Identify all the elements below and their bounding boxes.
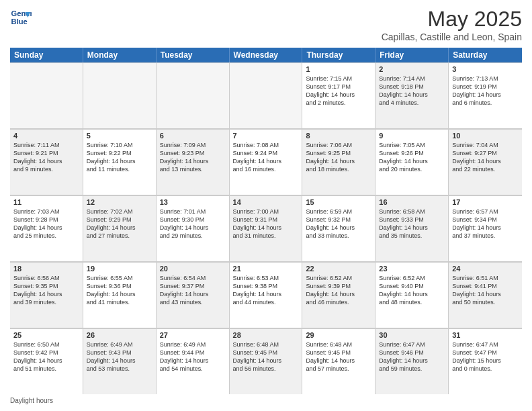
calendar-cell: 26Sunrise: 6:49 AM Sunset: 9:43 PM Dayli… bbox=[83, 328, 157, 394]
cell-info: Sunrise: 7:05 AM Sunset: 9:26 PM Dayligh… bbox=[379, 141, 445, 174]
cell-info: Sunrise: 7:08 AM Sunset: 9:24 PM Dayligh… bbox=[233, 141, 299, 174]
day-of-week-header: Tuesday bbox=[157, 48, 230, 62]
cell-info: Sunrise: 6:48 AM Sunset: 9:45 PM Dayligh… bbox=[233, 340, 299, 373]
day-of-week-header: Saturday bbox=[449, 48, 522, 62]
day-number: 1 bbox=[306, 65, 371, 73]
day-number: 8 bbox=[306, 132, 371, 140]
day-number: 17 bbox=[452, 198, 519, 206]
cell-info: Sunrise: 6:59 AM Sunset: 9:32 PM Dayligh… bbox=[306, 208, 371, 240]
day-number: 2 bbox=[379, 65, 445, 73]
calendar-cell bbox=[230, 62, 303, 128]
cell-info: Sunrise: 6:47 AM Sunset: 9:47 PM Dayligh… bbox=[452, 340, 519, 373]
day-number: 11 bbox=[13, 198, 79, 206]
cell-info: Sunrise: 6:56 AM Sunset: 9:35 PM Dayligh… bbox=[13, 274, 79, 307]
calendar-cell: 25Sunrise: 6:50 AM Sunset: 9:42 PM Dayli… bbox=[10, 328, 83, 394]
day-number: 28 bbox=[233, 331, 299, 339]
footer-note: Daylight hours bbox=[10, 397, 522, 404]
calendar-row: 4Sunrise: 7:11 AM Sunset: 9:21 PM Daylig… bbox=[10, 129, 522, 195]
calendar-row: 1Sunrise: 7:15 AM Sunset: 9:17 PM Daylig… bbox=[10, 62, 522, 129]
calendar-cell: 13Sunrise: 7:01 AM Sunset: 9:30 PM Dayli… bbox=[157, 195, 230, 261]
day-number: 19 bbox=[87, 265, 152, 273]
day-number: 7 bbox=[233, 132, 299, 140]
calendar-cell: 7Sunrise: 7:08 AM Sunset: 9:24 PM Daylig… bbox=[230, 129, 303, 195]
calendar-cell bbox=[83, 62, 157, 128]
day-of-week-header: Sunday bbox=[10, 48, 83, 62]
day-number: 20 bbox=[160, 265, 226, 273]
day-number: 12 bbox=[87, 198, 152, 206]
calendar-cell bbox=[157, 62, 230, 128]
calendar-cell: 22Sunrise: 6:52 AM Sunset: 9:39 PM Dayli… bbox=[302, 262, 375, 328]
cell-info: Sunrise: 6:53 AM Sunset: 9:38 PM Dayligh… bbox=[233, 274, 299, 307]
logo: General Blue bbox=[10, 7, 34, 28]
cell-info: Sunrise: 7:04 AM Sunset: 9:27 PM Dayligh… bbox=[452, 141, 519, 174]
cell-info: Sunrise: 7:11 AM Sunset: 9:21 PM Dayligh… bbox=[13, 141, 79, 174]
calendar-cell: 2Sunrise: 7:14 AM Sunset: 9:18 PM Daylig… bbox=[375, 62, 449, 128]
calendar-cell: 24Sunrise: 6:51 AM Sunset: 9:41 PM Dayli… bbox=[449, 262, 522, 328]
calendar-cell: 19Sunrise: 6:55 AM Sunset: 9:36 PM Dayli… bbox=[83, 262, 157, 328]
cell-info: Sunrise: 7:06 AM Sunset: 9:25 PM Dayligh… bbox=[306, 141, 371, 174]
calendar-cell: 16Sunrise: 6:58 AM Sunset: 9:33 PM Dayli… bbox=[375, 195, 449, 261]
page: General Blue May 2025 Capillas, Castille… bbox=[0, 0, 532, 411]
day-number: 10 bbox=[452, 132, 519, 140]
cell-info: Sunrise: 7:09 AM Sunset: 9:23 PM Dayligh… bbox=[160, 141, 226, 174]
calendar-header: SundayMondayTuesdayWednesdayThursdayFrid… bbox=[10, 48, 522, 62]
day-number: 23 bbox=[379, 265, 445, 273]
calendar-row: 18Sunrise: 6:56 AM Sunset: 9:35 PM Dayli… bbox=[10, 262, 522, 328]
day-number: 24 bbox=[452, 265, 519, 273]
cell-info: Sunrise: 6:52 AM Sunset: 9:39 PM Dayligh… bbox=[306, 274, 371, 307]
calendar-cell: 17Sunrise: 6:57 AM Sunset: 9:34 PM Dayli… bbox=[449, 195, 522, 261]
cell-info: Sunrise: 6:52 AM Sunset: 9:40 PM Dayligh… bbox=[379, 274, 445, 307]
calendar-body: 1Sunrise: 7:15 AM Sunset: 9:17 PM Daylig… bbox=[10, 62, 522, 394]
day-number: 21 bbox=[233, 265, 299, 273]
day-number: 31 bbox=[452, 331, 519, 339]
calendar-cell: 15Sunrise: 6:59 AM Sunset: 9:32 PM Dayli… bbox=[302, 195, 375, 261]
cell-info: Sunrise: 7:15 AM Sunset: 9:17 PM Dayligh… bbox=[306, 75, 371, 107]
cell-info: Sunrise: 6:49 AM Sunset: 9:44 PM Dayligh… bbox=[160, 340, 226, 373]
day-number: 15 bbox=[306, 198, 371, 206]
cell-info: Sunrise: 6:54 AM Sunset: 9:37 PM Dayligh… bbox=[160, 274, 226, 307]
cell-info: Sunrise: 6:55 AM Sunset: 9:36 PM Dayligh… bbox=[87, 274, 152, 307]
cell-info: Sunrise: 7:00 AM Sunset: 9:31 PM Dayligh… bbox=[233, 208, 299, 240]
cell-info: Sunrise: 6:57 AM Sunset: 9:34 PM Dayligh… bbox=[452, 208, 519, 240]
calendar-row: 11Sunrise: 7:03 AM Sunset: 9:28 PM Dayli… bbox=[10, 195, 522, 262]
calendar-cell: 11Sunrise: 7:03 AM Sunset: 9:28 PM Dayli… bbox=[10, 195, 83, 261]
day-number: 22 bbox=[306, 265, 371, 273]
day-number: 3 bbox=[452, 65, 519, 73]
calendar-cell: 31Sunrise: 6:47 AM Sunset: 9:47 PM Dayli… bbox=[449, 328, 522, 394]
cell-info: Sunrise: 6:58 AM Sunset: 9:33 PM Dayligh… bbox=[379, 208, 445, 240]
cell-info: Sunrise: 6:51 AM Sunset: 9:41 PM Dayligh… bbox=[452, 274, 519, 307]
calendar-cell: 21Sunrise: 6:53 AM Sunset: 9:38 PM Dayli… bbox=[230, 262, 303, 328]
calendar-cell: 23Sunrise: 6:52 AM Sunset: 9:40 PM Dayli… bbox=[375, 262, 449, 328]
cell-info: Sunrise: 7:03 AM Sunset: 9:28 PM Dayligh… bbox=[13, 208, 79, 240]
header: General Blue May 2025 Capillas, Castille… bbox=[10, 7, 522, 42]
day-number: 4 bbox=[13, 132, 79, 140]
day-number: 30 bbox=[379, 331, 445, 339]
calendar-cell: 9Sunrise: 7:05 AM Sunset: 9:26 PM Daylig… bbox=[375, 129, 449, 195]
calendar-row: 25Sunrise: 6:50 AM Sunset: 9:42 PM Dayli… bbox=[10, 328, 522, 394]
logo-icon: General Blue bbox=[10, 7, 32, 28]
cell-info: Sunrise: 6:50 AM Sunset: 9:42 PM Dayligh… bbox=[13, 340, 79, 373]
day-number: 14 bbox=[233, 198, 299, 206]
calendar-cell: 30Sunrise: 6:47 AM Sunset: 9:46 PM Dayli… bbox=[375, 328, 449, 394]
day-of-week-header: Thursday bbox=[302, 48, 375, 62]
day-number: 5 bbox=[87, 132, 152, 140]
calendar-cell bbox=[10, 62, 83, 128]
calendar-cell: 12Sunrise: 7:02 AM Sunset: 9:29 PM Dayli… bbox=[83, 195, 157, 261]
calendar-cell: 5Sunrise: 7:10 AM Sunset: 9:22 PM Daylig… bbox=[83, 129, 157, 195]
day-number: 26 bbox=[87, 331, 152, 339]
calendar-cell: 6Sunrise: 7:09 AM Sunset: 9:23 PM Daylig… bbox=[157, 129, 230, 195]
title-block: May 2025 Capillas, Castille and Leon, Sp… bbox=[382, 7, 522, 42]
day-number: 9 bbox=[379, 132, 445, 140]
calendar-cell: 18Sunrise: 6:56 AM Sunset: 9:35 PM Dayli… bbox=[10, 262, 83, 328]
day-number: 16 bbox=[379, 198, 445, 206]
day-number: 13 bbox=[160, 198, 226, 206]
day-number: 6 bbox=[160, 132, 226, 140]
calendar: SundayMondayTuesdayWednesdayThursdayFrid… bbox=[10, 48, 522, 394]
cell-info: Sunrise: 7:10 AM Sunset: 9:22 PM Dayligh… bbox=[87, 141, 152, 174]
cell-info: Sunrise: 7:01 AM Sunset: 9:30 PM Dayligh… bbox=[160, 208, 226, 240]
svg-text:Blue: Blue bbox=[11, 17, 28, 26]
cell-info: Sunrise: 7:02 AM Sunset: 9:29 PM Dayligh… bbox=[87, 208, 152, 240]
calendar-cell: 20Sunrise: 6:54 AM Sunset: 9:37 PM Dayli… bbox=[157, 262, 230, 328]
calendar-cell: 1Sunrise: 7:15 AM Sunset: 9:17 PM Daylig… bbox=[302, 62, 375, 128]
day-number: 18 bbox=[13, 265, 79, 273]
